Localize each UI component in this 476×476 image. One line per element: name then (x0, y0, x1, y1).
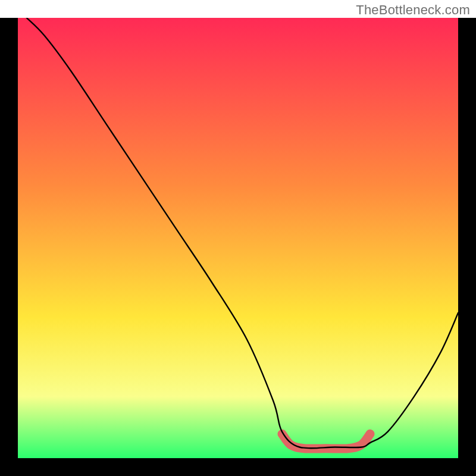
frame-right (458, 0, 476, 476)
chart-container: TheBottleneck.com (0, 0, 476, 476)
frame-bottom (0, 458, 476, 476)
watermark-text: TheBottleneck.com (356, 2, 470, 18)
frame-left (0, 0, 18, 476)
plot-background (18, 18, 458, 458)
bottleneck-chart (0, 0, 476, 476)
